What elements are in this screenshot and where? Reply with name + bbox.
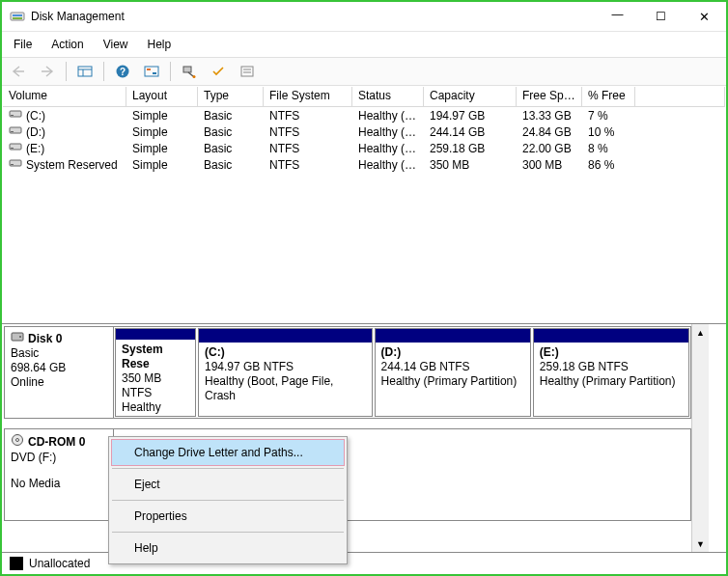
cm-properties[interactable]: Properties bbox=[111, 503, 345, 530]
cm-separator bbox=[112, 500, 344, 501]
drive-icon bbox=[9, 141, 22, 155]
toolbar-settings-icon[interactable] bbox=[139, 60, 164, 83]
col-layout[interactable]: Layout bbox=[126, 87, 198, 106]
titlebar: Disk Management bbox=[2, 2, 726, 32]
volume-row[interactable]: (C:) Simple Basic NTFS Healthy (B... 194… bbox=[3, 107, 725, 123]
disk-0-info: Disk 0 Basic 698.64 GB Online bbox=[5, 327, 114, 418]
minimize-button[interactable] bbox=[596, 2, 639, 31]
volume-layout: Simple bbox=[126, 109, 198, 123]
col-filesystem[interactable]: File System bbox=[264, 87, 352, 106]
cm-help[interactable]: Help bbox=[111, 535, 345, 562]
volume-row[interactable]: System Reserved Simple Basic NTFS Health… bbox=[3, 156, 725, 173]
svg-rect-22 bbox=[10, 160, 21, 166]
scroll-track[interactable] bbox=[692, 341, 709, 535]
svg-rect-8 bbox=[145, 67, 158, 76]
col-status[interactable]: Status bbox=[352, 87, 424, 106]
svg-rect-16 bbox=[10, 111, 21, 117]
window-title: Disk Management bbox=[31, 10, 596, 23]
close-button[interactable] bbox=[683, 2, 726, 31]
svg-rect-13 bbox=[241, 67, 253, 76]
context-menu: Change Drive Letter and Paths... Eject P… bbox=[108, 436, 348, 564]
scroll-up-button[interactable]: ▲ bbox=[692, 324, 709, 341]
volume-status: Healthy (B... bbox=[352, 109, 424, 123]
col-freespace[interactable]: Free Spa... bbox=[517, 87, 582, 106]
toolbar: ? bbox=[2, 57, 726, 86]
svg-rect-19 bbox=[11, 131, 14, 132]
svg-rect-3 bbox=[78, 67, 92, 76]
toolbar-check-icon[interactable] bbox=[206, 60, 231, 83]
legend-swatch-unallocated bbox=[10, 557, 23, 570]
col-type[interactable]: Type bbox=[198, 87, 264, 106]
help-icon[interactable]: ? bbox=[110, 60, 135, 83]
svg-rect-9 bbox=[147, 69, 151, 70]
svg-rect-1 bbox=[13, 14, 22, 16]
svg-rect-21 bbox=[11, 148, 14, 149]
cm-eject[interactable]: Eject bbox=[111, 471, 345, 498]
volume-list: Volume Layout Type File System Status Ca… bbox=[2, 86, 726, 323]
drive-icon bbox=[9, 157, 22, 172]
menu-view[interactable]: View bbox=[96, 36, 136, 53]
column-headers: Volume Layout Type File System Status Ca… bbox=[3, 87, 725, 107]
menubar: File Action View Help bbox=[2, 32, 726, 57]
svg-rect-10 bbox=[153, 72, 156, 74]
partition-color-bar bbox=[116, 329, 195, 340]
partition-color-bar bbox=[376, 329, 530, 343]
svg-point-12 bbox=[193, 75, 196, 78]
menu-help[interactable]: Help bbox=[140, 36, 180, 53]
cm-separator bbox=[112, 468, 344, 469]
svg-rect-24 bbox=[12, 333, 23, 341]
partition-color-bar bbox=[199, 329, 372, 343]
toolbar-separator bbox=[103, 62, 104, 81]
volume-capacity: 194.97 GB bbox=[424, 109, 517, 123]
partition-system-reserved[interactable]: System Rese 350 MB NTFS Healthy (Syst bbox=[115, 328, 196, 417]
toolbar-list-icon[interactable] bbox=[235, 60, 260, 83]
disk-hdd-icon bbox=[11, 331, 24, 346]
menu-action[interactable]: Action bbox=[43, 36, 91, 53]
volume-name: (E:) bbox=[26, 142, 44, 155]
drive-icon bbox=[9, 108, 22, 123]
toolbar-separator bbox=[66, 62, 67, 81]
cm-change-drive-letter[interactable]: Change Drive Letter and Paths... bbox=[111, 439, 345, 466]
cm-separator bbox=[112, 532, 344, 533]
svg-point-27 bbox=[16, 439, 19, 442]
menu-file[interactable]: File bbox=[6, 36, 40, 53]
disk-0-partitions: System Rese 350 MB NTFS Healthy (Syst (C… bbox=[114, 327, 690, 418]
vertical-scrollbar[interactable]: ▲ ▼ bbox=[691, 324, 709, 552]
cdrom-0-row[interactable]: CD-ROM 0 DVD (F:) No Media bbox=[4, 428, 691, 521]
partition-c[interactable]: (C:) 194.97 GB NTFS Healthy (Boot, Page … bbox=[198, 328, 373, 417]
window-controls bbox=[596, 2, 726, 31]
partition-e[interactable]: (E:) 259.18 GB NTFS Healthy (Primary Par… bbox=[533, 328, 689, 417]
scroll-down-button[interactable]: ▼ bbox=[692, 535, 709, 552]
back-button bbox=[6, 60, 31, 83]
svg-rect-23 bbox=[11, 164, 14, 165]
disk-management-app-icon bbox=[10, 9, 25, 24]
volume-type: Basic bbox=[198, 109, 264, 123]
volume-name: (C:) bbox=[26, 109, 45, 123]
volume-fs: NTFS bbox=[264, 109, 352, 123]
toolbar-view-icon[interactable] bbox=[72, 60, 98, 83]
disk-0-row[interactable]: Disk 0 Basic 698.64 GB Online System Res… bbox=[4, 326, 691, 419]
disk-management-window: Disk Management File Action View Help ? bbox=[0, 0, 728, 576]
col-percentfree[interactable]: % Free bbox=[582, 87, 635, 106]
volume-rows: (C:) Simple Basic NTFS Healthy (B... 194… bbox=[3, 107, 725, 322]
forward-button bbox=[35, 60, 60, 83]
volume-row[interactable]: (E:) Simple Basic NTFS Healthy (P... 259… bbox=[3, 140, 725, 156]
volume-name: (D:) bbox=[26, 125, 45, 139]
cdrom-0-info: CD-ROM 0 DVD (F:) No Media bbox=[5, 429, 114, 520]
col-extra[interactable] bbox=[635, 87, 725, 106]
svg-text:?: ? bbox=[120, 67, 126, 77]
partition-color-bar bbox=[534, 329, 688, 343]
drive-icon bbox=[9, 124, 22, 139]
maximize-button[interactable] bbox=[639, 2, 683, 31]
volume-row[interactable]: (D:) Simple Basic NTFS Healthy (P... 244… bbox=[3, 123, 725, 140]
volume-percent: 7 % bbox=[582, 109, 635, 123]
volume-name: System Reserved bbox=[26, 158, 118, 172]
partition-d[interactable]: (D:) 244.14 GB NTFS Healthy (Primary Par… bbox=[375, 328, 531, 417]
svg-rect-17 bbox=[11, 115, 14, 116]
toolbar-action-icon[interactable] bbox=[177, 60, 202, 83]
svg-rect-11 bbox=[183, 67, 191, 72]
col-capacity[interactable]: Capacity bbox=[424, 87, 517, 106]
svg-point-25 bbox=[19, 336, 21, 338]
svg-rect-20 bbox=[10, 144, 21, 150]
col-volume[interactable]: Volume bbox=[3, 87, 126, 106]
